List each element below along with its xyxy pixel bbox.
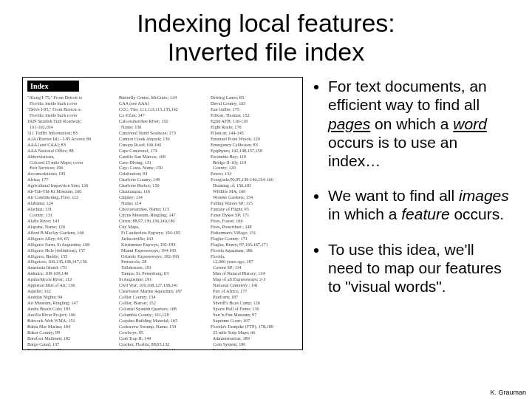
bullet-3: To use this idea, we'll need to map our …: [328, 240, 510, 296]
credit-text: K. Grauman: [490, 389, 526, 396]
bullet-2-text-c: occurs.: [450, 205, 505, 222]
bullet-2-feature: feature: [401, 205, 449, 222]
bullet-2-text-a: We want to find all: [328, 187, 459, 204]
index-illustration: Index "Along I-75," From Detroit to Flor…: [22, 77, 303, 350]
bullet-2-images: images: [459, 187, 509, 204]
content-row: Index "Along I-75," From Detroit to Flor…: [22, 77, 510, 350]
bullet-2-text-b: in which a: [328, 205, 401, 222]
bullet-1-text-b: on which a: [370, 115, 453, 132]
bullet-list: For text documents, an efficient way to …: [312, 77, 510, 350]
index-col-1: "Along I-75," From Detroit to Florida; i…: [27, 95, 115, 350]
bullet-1-text-c: occurs is to use an index…: [328, 134, 457, 169]
index-col-2: Butterfly Center, McGuire; 134 CAA (see …: [119, 95, 206, 350]
index-header: Index: [27, 81, 79, 92]
slide-title: Indexing local features: Inverted file i…: [22, 9, 510, 66]
slide-root: Indexing local features: Inverted file i…: [0, 0, 532, 399]
bullet-1-text-a: For text documents, an efficient way to …: [328, 78, 487, 113]
title-line-2: Inverted file index: [168, 38, 365, 66]
bullet-1-pages: pages: [328, 115, 370, 132]
bullet-1-word: word: [453, 115, 487, 132]
index-columns: "Along I-75," From Detroit to Florida; i…: [27, 95, 298, 350]
title-line-1: Indexing local features:: [137, 9, 395, 37]
index-col-3: Driving Lanes; 85 Duval County; 163 Eau …: [211, 95, 298, 350]
bullet-2: We want to find all images in which a fe…: [328, 186, 510, 223]
bullet-1: For text documents, an efficient way to …: [328, 77, 510, 170]
